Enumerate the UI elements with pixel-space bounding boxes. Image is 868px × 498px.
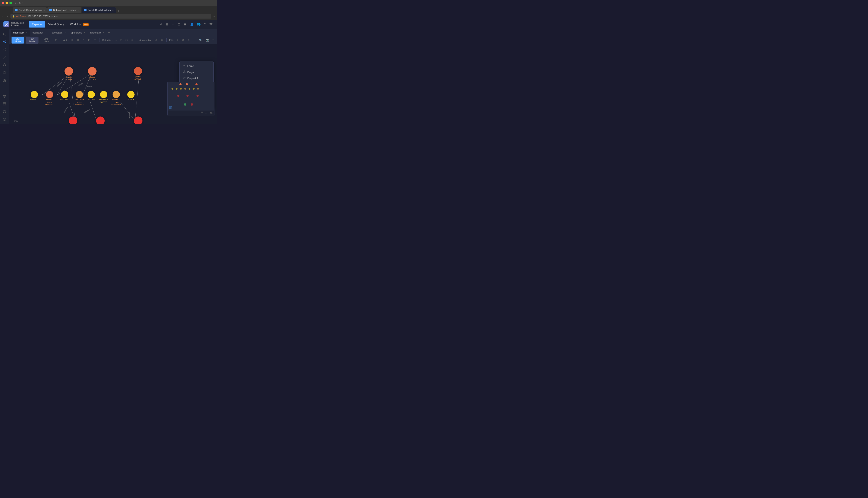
tab-5-close[interactable]: × [103,31,104,34]
nav-explorer[interactable]: Explorer [29,21,45,27]
mini-zoom-in[interactable]: + [205,112,207,115]
new-tab-btn[interactable]: + [116,9,121,13]
node-server4[interactable]: server-4ACTIVEinstance-00000006 [130,117,146,124]
edit-icon-2[interactable]: ↺ [181,38,185,42]
edit-icon-4[interactable]: ⋯ [192,38,196,42]
mini-expand[interactable]: ≫ [210,112,213,115]
header-action-1[interactable]: ⇄ [159,22,163,27]
sidebar-icon-hexagon[interactable] [1,69,8,76]
node-shared[interactable]: sharedACTIVE [88,67,97,81]
edit-icon-3[interactable]: ↻ [187,38,191,42]
bird-view-icon[interactable]: ⊡ [54,38,58,42]
layout-item-dagre[interactable]: Dagre [180,69,213,75]
node-server1[interactable]: server-1ACTIVEinstance-00000002 [65,117,81,124]
node-public[interactable]: publicACTIVE [134,67,142,80]
graph-tab-2[interactable]: openstack × [30,30,49,36]
graph-tab-1[interactable]: openstack × [11,30,30,36]
node-vol5[interactable]: ACTIVE [88,91,95,101]
layout-item-dagre-lr[interactable]: Dagre-LR [180,75,213,81]
layout-force-label: Force [187,65,194,68]
sidebar-icon-history[interactable] [1,93,8,100]
node-vol6[interactable]: 82de8542dACTIVE [99,91,108,104]
mini-layout-icon[interactable] [169,106,172,109]
sidebar-icon-table[interactable] [1,101,8,107]
nav-back[interactable]: ‹ [15,2,16,4]
header-action-3[interactable]: ⤓ [171,22,175,27]
address-back[interactable]: ‹ [2,14,4,18]
svg-point-17 [3,65,4,66]
detection-icon-1[interactable]: ○ [114,38,118,42]
sidebar-icon-layout[interactable] [1,77,8,84]
node-vol8[interactable]: ACTIVE [127,91,135,101]
address-forward[interactable]: › [6,14,9,18]
detection-icon-4[interactable]: ❖ [130,38,134,42]
mode-2d-btn[interactable]: 2D Mode [12,37,24,43]
header-action-6[interactable]: 👤 [189,22,194,27]
layout-dagre-label: Dagre [187,71,194,74]
traffic-light-yellow[interactable] [5,2,8,4]
auto-icon-5[interactable]: ◫ [93,38,97,42]
export-btn[interactable]: ⤴ [212,38,215,42]
browser-tab-2[interactable]: NebulaGraph Explorer × [47,7,81,13]
mini-zoom-out[interactable]: − [208,112,209,115]
agg-icon-1[interactable]: ⊕ [154,38,158,42]
header-action-2[interactable]: ⊞ [165,22,169,27]
auto-icon-2[interactable]: ✕ [76,38,80,42]
tab-4-close[interactable]: × [84,31,85,34]
header-action-9[interactable]: ☎ [208,22,214,27]
graph-canvas[interactable]: privateACTIVE sharedACTIVE publicACTIVE … [9,44,217,124]
tab-close-1[interactable]: × [43,9,44,11]
sidebar-icon-help[interactable]: ? [1,108,8,115]
nav-visual-query[interactable]: Visual Query [45,21,67,27]
mini-save-btn[interactable] [201,112,203,115]
layout-item-force[interactable]: Force [180,63,213,69]
node-vol2[interactable]: b0e762...in-uselvmdriver-1 [45,91,54,106]
reload-btn[interactable]: ↻ [19,2,21,4]
tab-3-close[interactable]: × [64,31,66,34]
edit-icon-1[interactable]: ✎ [176,38,179,42]
tab-close-2[interactable]: × [78,9,79,11]
traffic-light-green[interactable] [9,2,12,4]
node-vol3[interactable]: b9b2-97b... [60,91,69,101]
node-server3[interactable]: server-3ACTIVEinstance-00000005 [92,117,109,124]
detection-icon-3[interactable]: ⬡ [125,38,128,42]
sidebar-icon-settings[interactable] [1,116,8,123]
camera-btn[interactable]: 📷 [205,38,210,42]
header-action-5[interactable]: ▣ [183,22,187,27]
auto-icon-3[interactable]: ⊟ [81,38,86,42]
agg-icon-2[interactable]: ⊗ [160,38,164,42]
home-btn[interactable]: ⌂ [22,2,23,4]
address-input[interactable]: 🔒 Not Secure 192.168.8.131:7002/explorer [11,14,211,18]
tab-1-close[interactable]: × [26,31,27,34]
header-action-7[interactable]: 🌐 [196,22,201,27]
graph-tab-5[interactable]: openstack × [88,30,107,36]
sidebar-icon-algo[interactable] [1,62,8,68]
sidebar-icon-line[interactable] [1,54,8,61]
search-toolbar-btn[interactable]: 🔍 [198,38,203,42]
auto-icon-4[interactable]: ◧ [87,38,91,42]
header-action-4[interactable]: ⊡ [177,22,181,27]
node-vol7[interactable]: volume-2in-usemultiattach [112,91,121,106]
graph-tab-3[interactable]: openstack × [49,30,68,36]
dagre-lr-icon [183,77,186,80]
graph-tab-4[interactable]: openstack × [68,30,88,36]
add-graph-tab[interactable]: + [107,31,111,35]
node-vol4[interactable]: c712-49d8in-uselvmdriver-1 [75,91,84,106]
tab-close-3[interactable]: × [112,9,114,11]
node-vol1[interactable]: ffae9b1... [30,91,38,101]
browser-tab-1[interactable]: NebulaGraph Explorer × [13,7,47,13]
mode-3d-btn[interactable]: 3D Mode [26,37,38,43]
nav-workflow[interactable]: Workflow Beta [67,21,92,27]
detection-icon-2[interactable]: □ [119,38,123,42]
sidebar-icon-search[interactable] [1,31,8,38]
traffic-light-red[interactable] [2,2,4,4]
sidebar-icon-share[interactable] [1,46,8,53]
sidebar-icon-graph[interactable] [1,38,8,45]
browser-tab-3[interactable]: NebulaGraph Explorer × [82,7,116,13]
nav-forward[interactable]: › [17,2,17,4]
header-action-8[interactable]: ? [203,22,206,27]
tab-2-close[interactable]: × [45,31,47,34]
node-private[interactable]: privateACTIVE [64,67,73,81]
bookmark-btn[interactable]: ☆ [213,15,215,18]
auto-icon-1[interactable]: ⊞ [71,38,74,42]
